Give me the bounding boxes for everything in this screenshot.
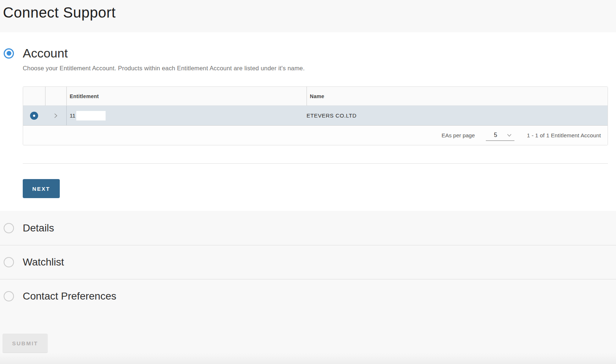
table-row[interactable]: 11 ETEVERS CO.LTD [23, 106, 608, 125]
submit-button[interactable]: SUBMIT [3, 334, 48, 353]
entitlement-table: Entitlement Name 11 ETEVERS CO.LTD [23, 86, 608, 145]
pagination-range-text: 1 - 1 of 1 Entitlement Account [527, 132, 601, 138]
row-entitlement-cell: 11 [66, 106, 307, 125]
bottom-fade [0, 353, 616, 364]
header-cell-entitlement: Entitlement [66, 87, 307, 105]
account-name-value: ETEVERS CO.LTD [307, 112, 356, 119]
table-pagination: EAs per page 5 1 - 1 of 1 Entitlement Ac… [23, 125, 608, 145]
chevron-down-icon [506, 132, 512, 138]
details-radio-icon[interactable] [4, 223, 14, 233]
collapsed-sections: Details Watchlist Contact Preferences SU… [0, 211, 616, 364]
row-name-cell: ETEVERS CO.LTD [307, 106, 608, 125]
watchlist-section-header[interactable]: Watchlist [0, 245, 616, 279]
row-radio-cell [23, 106, 45, 125]
details-section-header[interactable]: Details [0, 211, 616, 245]
chevron-right-icon[interactable] [53, 113, 59, 119]
contact-preferences-radio-icon[interactable] [4, 291, 14, 301]
per-page-value: 5 [494, 132, 497, 138]
watchlist-section-title: Watchlist [23, 256, 64, 268]
account-section-title: Account [23, 46, 68, 60]
entitlement-value: 11 [70, 112, 76, 119]
per-page-select[interactable]: 5 [486, 130, 514, 141]
section-divider [23, 163, 608, 164]
page-title: Connect Support [3, 4, 616, 21]
next-button[interactable]: NEXT [23, 179, 60, 198]
details-section-title: Details [23, 222, 54, 234]
table-header-row: Entitlement Name [23, 87, 608, 106]
account-description: Choose your Entitlement Account. Product… [23, 65, 616, 72]
watchlist-radio-icon[interactable] [4, 257, 14, 267]
contact-preferences-section-header[interactable]: Contact Preferences [0, 279, 616, 313]
per-page-label: EAs per page [441, 132, 475, 138]
header-cell-radio [23, 87, 45, 105]
account-radio-selected-icon[interactable] [4, 48, 14, 59]
account-section-header[interactable]: Account [0, 32, 616, 60]
contact-preferences-section-title: Contact Preferences [23, 290, 116, 302]
header-cell-expand [45, 87, 66, 105]
row-expand-cell [45, 106, 66, 125]
row-radio-selected-icon[interactable] [30, 112, 38, 120]
redaction-box [76, 111, 106, 120]
account-section: Account Choose your Entitlement Account.… [0, 32, 616, 211]
page-header: Connect Support [0, 0, 616, 32]
header-cell-name: Name [307, 87, 608, 105]
